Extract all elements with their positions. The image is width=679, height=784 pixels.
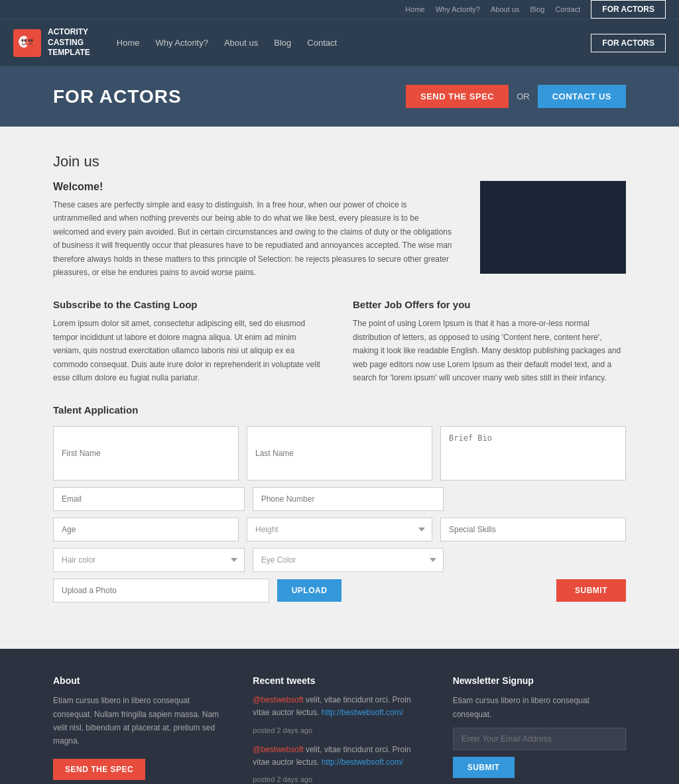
video-placeholder [480, 181, 626, 274]
theater-masks-icon [17, 32, 38, 54]
svg-point-2 [22, 39, 24, 42]
subscribe-title: Subscribe to the Casting Loop [53, 299, 326, 310]
upload-photo-input[interactable] [53, 579, 269, 602]
nav-blog[interactable]: Blog [274, 38, 291, 48]
upload-button[interactable]: UPLOAD [277, 579, 342, 602]
svg-point-1 [25, 36, 36, 48]
brief-bio-input[interactable] [440, 426, 626, 480]
top-bar-nav: Home Why Actority? About us Blog Contact… [405, 0, 666, 19]
welcome-text: These cases are perfectly simple and eas… [53, 198, 454, 279]
tweet-1-handle[interactable]: @bestwebsoft [253, 695, 303, 704]
footer-newsletter-text: Etiam cursus libero in libero consequat … [453, 694, 626, 721]
topbar-why[interactable]: Why Actority? [436, 5, 480, 13]
nav-home[interactable]: Home [117, 38, 140, 48]
form-row-2 [53, 487, 626, 511]
tweet-1: @bestwebsoft velit, vitae tincidunt orci… [253, 694, 426, 734]
tweet-1-text: @bestwebsoft velit, vitae tincidunt orci… [253, 694, 426, 719]
newsletter-submit-button[interactable]: SUBMIT [453, 757, 515, 778]
join-us-section: Join us Welcome! These cases are perfect… [53, 153, 626, 279]
tweet-1-link[interactable]: http://bestwebsoft.com/ [322, 708, 403, 717]
tweet-2: @bestwebsoft velit, vitae tincidunt orci… [253, 744, 426, 783]
footer-newsletter-title: Newsletter Signup [453, 675, 626, 686]
topbar-home[interactable]: Home [405, 5, 424, 13]
or-text: OR [517, 91, 530, 101]
contact-us-button[interactable]: CONTACT US [538, 85, 626, 108]
first-name-input[interactable] [53, 426, 239, 480]
form-title: Talent Application [53, 404, 626, 416]
topbar-about[interactable]: About us [491, 5, 519, 13]
footer-tweets-col: Recent tweets @bestwebsoft velit, vitae … [253, 675, 426, 784]
topbar-blog[interactable]: Blog [530, 5, 544, 13]
footer-cols: About Etiam cursus libero in libero cons… [53, 675, 626, 784]
nav-about[interactable]: About us [224, 38, 258, 48]
footer-about-title: About [53, 675, 226, 686]
svg-point-3 [25, 39, 27, 42]
svg-point-4 [29, 39, 31, 42]
page-title-bar: FOR ACTORS SEND THE SPEC OR CONTACT US [0, 66, 679, 127]
footer: About Etiam cursus libero in libero cons… [0, 649, 679, 784]
logo-area: ACTORITY CASTING TEMPLATE [13, 27, 90, 58]
tweet-2-text: @bestwebsoft velit, vitae tincidunt orci… [253, 744, 426, 769]
special-skills-input[interactable] [440, 518, 626, 541]
main-nav-links: Home Why Actority? About us Blog Contact [117, 38, 591, 48]
logo-text: ACTORITY CASTING TEMPLATE [48, 27, 90, 58]
form-row-4: Hair colorBlondeBrownBlackRedGray Eye Co… [53, 548, 626, 572]
page-title: FOR ACTORS [53, 86, 182, 107]
email-input[interactable] [53, 487, 245, 511]
footer-newsletter-col: Newsletter Signup Etiam cursus libero in… [453, 675, 626, 784]
tweet-2-posted: posted 2 days ago [253, 775, 426, 783]
welcome-title: Welcome! [53, 181, 454, 193]
main-content: Join us Welcome! These cases are perfect… [0, 127, 679, 649]
upload-row: UPLOAD SUBMIT [53, 579, 626, 602]
tweet-2-handle[interactable]: @bestwebsoft [253, 745, 303, 754]
footer-about-text: Etiam cursus libero in libero consequat … [53, 694, 226, 748]
join-us-inner: Welcome! These cases are perfectly simpl… [53, 181, 626, 279]
join-us-title: Join us [53, 153, 626, 170]
better-jobs-text: The point of using Lorem Ipsum is that i… [353, 317, 626, 384]
topbar-for-actors-button[interactable]: FOR ACTORS [591, 0, 666, 19]
form-row-3: Height5'0"5'3"5'6"5'9"6'0"6'3" [53, 518, 626, 541]
two-col-section: Subscribe to the Casting Loop Lorem ipsu… [53, 299, 626, 384]
eye-color-select[interactable]: Eye ColorBlueBrownGreenHazelGray [253, 548, 444, 572]
hair-color-select[interactable]: Hair colorBlondeBrownBlackRedGray [53, 548, 245, 572]
footer-about-col: About Etiam cursus libero in libero cons… [53, 675, 226, 784]
height-select[interactable]: Height5'0"5'3"5'6"5'9"6'0"6'3" [247, 518, 432, 541]
footer-send-spec-button[interactable]: SEND THE SPEC [53, 759, 145, 780]
logo-icon [13, 29, 41, 57]
newsletter-email-input[interactable] [453, 728, 626, 750]
join-us-text: Welcome! These cases are perfectly simpl… [53, 181, 454, 279]
form-row-1 [53, 426, 626, 480]
main-nav: ACTORITY CASTING TEMPLATE Home Why Actor… [0, 19, 679, 66]
talent-form-section: Talent Application Height5'0"5'3"5'6"5'9… [53, 404, 626, 602]
for-actors-button[interactable]: FOR ACTORS [591, 34, 666, 52]
page-title-actions: SEND THE SPEC OR CONTACT US [406, 85, 626, 108]
footer-tweets-title: Recent tweets [253, 675, 426, 686]
send-spec-button[interactable]: SEND THE SPEC [406, 85, 509, 108]
tweet-2-link[interactable]: http://bestwebsoft.com/ [322, 757, 403, 767]
tweet-1-posted: posted 2 days ago [253, 726, 426, 734]
subscribe-col: Subscribe to the Casting Loop Lorem ipsu… [53, 299, 326, 384]
subscribe-text: Lorem ipsum dolor sit amet, consectetur … [53, 317, 326, 384]
last-name-input[interactable] [247, 426, 432, 480]
phone-input[interactable] [253, 487, 444, 511]
nav-contact[interactable]: Contact [307, 38, 337, 48]
svg-point-5 [31, 39, 33, 42]
better-jobs-col: Better Job Offers for you The point of u… [353, 299, 626, 384]
age-input[interactable] [53, 518, 239, 541]
top-bar: Home Why Actority? About us Blog Contact… [0, 0, 679, 19]
nav-why[interactable]: Why Actority? [155, 38, 208, 48]
submit-button[interactable]: SUBMIT [556, 579, 626, 602]
better-jobs-title: Better Job Offers for you [353, 299, 626, 310]
topbar-contact[interactable]: Contact [555, 5, 580, 13]
